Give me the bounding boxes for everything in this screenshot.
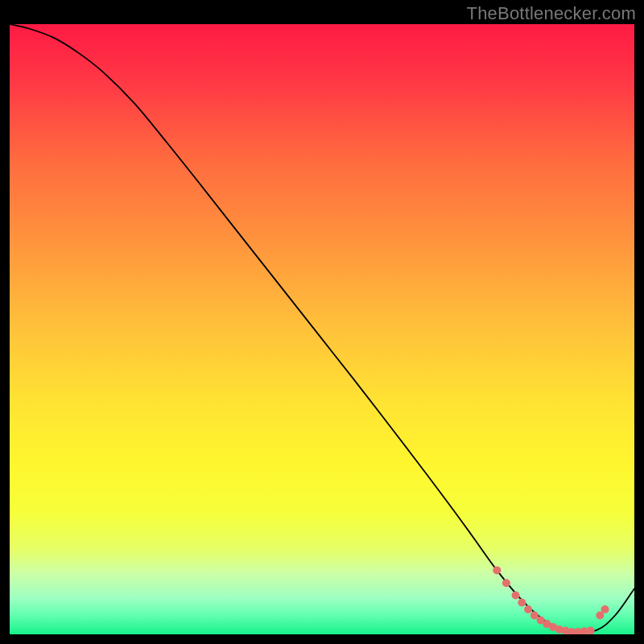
plot-area — [10, 24, 634, 634]
highlight-dot — [587, 626, 595, 634]
bottleneck-chart — [10, 24, 634, 634]
highlight-dot — [502, 579, 510, 587]
attribution-label: TheBottlenecker.com — [467, 3, 636, 24]
highlight-dot — [512, 591, 520, 599]
highlight-dot — [601, 605, 609, 613]
highlight-dot — [518, 599, 526, 607]
highlight-dot — [524, 605, 532, 613]
highlight-dot — [493, 566, 501, 574]
chart-stage: TheBottlenecker.com — [0, 0, 644, 644]
gradient-background — [10, 24, 634, 634]
